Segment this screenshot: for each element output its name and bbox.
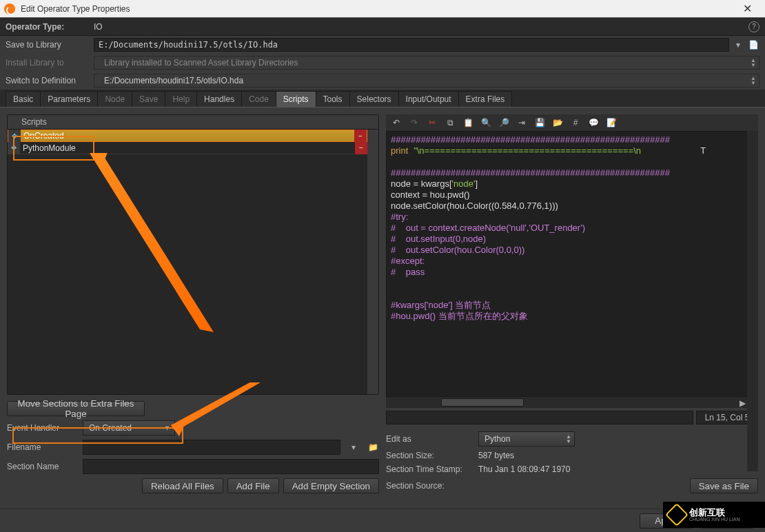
script-row-label: PythonModule [20,143,355,153]
reorder-icon[interactable]: ✥ [8,142,20,154]
tab-save[interactable]: Save [132,91,165,107]
install-to-value: Library installed to Scanned Asset Libra… [104,58,298,68]
section-name-input[interactable] [83,459,379,474]
tab-code[interactable]: Code [241,91,276,107]
move-sections-button[interactable]: Move Sections to Extra Files Page [7,401,145,416]
open-icon[interactable]: 📂 [551,116,564,129]
search-replace-icon[interactable]: 🔎 [498,116,510,129]
search-icon[interactable]: 🔍 [480,116,492,129]
edit-as-label: Edit as [386,434,474,444]
filename-input[interactable] [83,440,340,455]
redo-icon[interactable]: ↷ [408,116,420,129]
install-to-row: Install Library to Library installed to … [0,54,765,72]
section-size-label: Section Size: [386,451,474,460]
operator-type-value: IO [94,22,103,32]
watermark: 创新互联 CHUANG XIN HU LIAN [663,502,765,528]
filename-label: Filename [7,442,79,452]
comment-icon[interactable]: # [569,116,582,129]
switch-to-value: E:/Documents/houdini17.5/otls/IO.hda [104,76,243,85]
switch-to-combo[interactable]: E:/Documents/houdini17.5/otls/IO.hda ▲▼ [94,74,759,88]
tab-parameters[interactable]: Parameters [40,91,98,107]
undo-icon[interactable]: ↶ [390,116,402,129]
event-handler-label: Event Handler [7,423,79,433]
dialog-footer: Apply Discard [0,509,765,532]
window-title: Edit Operator Type Properties [21,4,733,14]
tab-tools[interactable]: Tools [316,91,350,107]
install-to-combo[interactable]: Library installed to Scanned Asset Libra… [94,56,759,70]
tab-extra[interactable]: Extra Files [458,91,513,107]
save-icon[interactable]: 💾 [533,116,546,129]
tab-scripts[interactable]: Scripts [276,91,316,107]
script-row-oncreated[interactable]: ✥ OnCreated − [8,130,367,142]
code-editor[interactable]: ########################################… [386,131,758,397]
scripts-scrollbar[interactable] [367,130,378,394]
add-empty-button[interactable]: Add Empty Section [283,478,379,493]
reload-all-button[interactable]: Reload All Files [142,478,223,493]
watermark-text: 创新互联 [689,509,740,517]
edit-as-combo[interactable]: Python ▲▼ [478,431,575,447]
section-time-value: Thu Jan 1 08:09:47 1970 [478,464,570,474]
watermark-subtext: CHUANG XIN HU LIAN [689,517,740,522]
section-size-value: 587 bytes [478,451,514,460]
filename-dropdown[interactable]: ▾ [347,440,360,454]
scripts-left-column: Scripts ✥ OnCreated − ✥ PythonModule − [7,114,379,493]
tab-bar: Basic Parameters Node Save Help Handles … [0,90,765,108]
goto-icon[interactable]: ⇥ [516,116,528,129]
save-to-browse-icon[interactable]: 📄 [747,38,759,52]
tab-io[interactable]: Input/Output [398,91,459,107]
filename-browse-icon[interactable]: 📁 [367,440,379,454]
add-file-button[interactable]: Add File [227,478,279,493]
help-icon[interactable]: ? [748,21,759,32]
paste-icon[interactable]: 📋 [462,116,474,129]
houdini-logo-icon [4,3,15,14]
scripts-list-box: Scripts ✥ OnCreated − ✥ PythonModule − [7,114,379,395]
scripts-list-header: Scripts [8,115,378,130]
section-source-label: Section Source: [386,481,474,491]
script-row-pythonmodule[interactable]: ✥ PythonModule − [8,142,367,154]
watermark-logo-icon [665,503,688,526]
operator-type-label: Operator Type: [6,22,94,32]
section-name-label: Section Name [7,462,79,471]
copy-icon[interactable]: ⧉ [444,116,456,129]
tab-handles[interactable]: Handles [196,91,242,107]
event-handler-combo[interactable]: On Created ▼ [83,420,175,436]
external-editor-icon[interactable]: 📝 [605,116,618,129]
save-to-dropdown[interactable]: ▾ [732,38,744,52]
tab-basic[interactable]: Basic [6,91,41,107]
close-button[interactable]: ✕ [733,0,761,18]
left-controls: Move Sections to Extra Files Page Event … [7,399,379,493]
tab-selectors[interactable]: Selectors [349,91,399,107]
editor-status-spacer [386,411,693,424]
script-row-label: OnCreated [21,131,354,141]
tab-help[interactable]: Help [165,91,197,107]
scripts-list[interactable]: ✥ OnCreated − ✥ PythonModule − [8,130,367,394]
reorder-icon[interactable]: ✥ [8,130,21,142]
editor-h-scrollbar[interactable]: ▶ ◢ [386,397,758,408]
cut-icon[interactable]: ✂ [426,116,438,129]
chat-icon[interactable]: 💬 [587,116,600,129]
switch-to-row: Switch to Definition E:/Documents/houdin… [0,72,765,90]
save-to-label: Save to Library [6,40,94,50]
delete-script-icon[interactable]: − [355,142,367,154]
editor-toolbar: ↶ ↷ ✂ ⧉ 📋 🔍 🔎 ⇥ 💾 📂 # 💬 📝 [386,114,758,131]
save-to-row: Save to Library ▾ 📄 [0,36,765,54]
save-as-file-button[interactable]: Save as File [690,478,758,493]
editor-status-bar: Ln 15, Col 5 [386,411,758,424]
install-to-label: Install Library to [6,58,94,68]
scripts-body: Scripts ✥ OnCreated − ✥ PythonModule − [0,108,765,500]
tab-node[interactable]: Node [97,91,132,107]
section-time-label: Section Time Stamp: [386,464,474,474]
save-to-input[interactable] [94,38,729,52]
editor-v-scrollbar[interactable] [747,131,758,471]
title-bar: Edit Operator Type Properties ✕ [0,0,765,18]
switch-to-label: Switch to Definition [6,76,94,85]
operator-type-row: Operator Type: IO ? [0,18,765,36]
delete-script-icon[interactable]: − [354,130,367,142]
editor-metadata: Edit as Python ▲▼ Section Size: 587 byte… [386,431,758,493]
editor-column: ↶ ↷ ✂ ⧉ 📋 🔍 🔎 ⇥ 💾 📂 # 💬 📝 ##############… [386,114,758,493]
